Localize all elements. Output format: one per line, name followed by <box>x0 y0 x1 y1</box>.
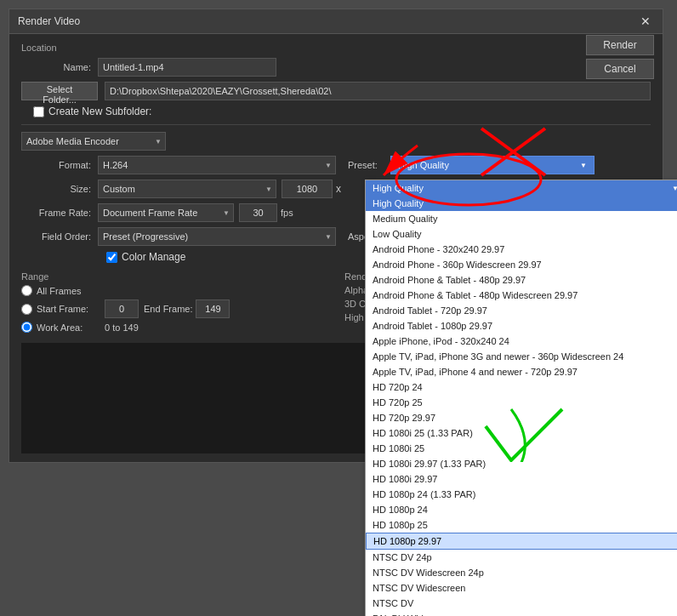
dropdown-item[interactable]: NTSC DV Widescreen 24p <box>366 565 677 580</box>
frame-rate-select[interactable]: Document Frame Rate <box>98 203 234 222</box>
size-label: Size: <box>21 184 98 194</box>
start-frame-input[interactable] <box>105 299 139 318</box>
fps-label: fps <box>281 208 293 218</box>
dropdown-header-value: High Quality <box>373 183 424 193</box>
dropdown-item[interactable]: HD 1080i 25 (1.33 PAR) <box>366 425 677 441</box>
work-area-radio[interactable] <box>21 322 32 333</box>
dropdown-item[interactable]: Android Tablet - 720p 29.97 <box>366 303 677 318</box>
encoder-select-wrapper: Adobe Media Encoder <box>21 132 166 151</box>
dropdown-item[interactable]: Apple TV, iPad, iPhone 3G and newer - 36… <box>366 349 677 364</box>
dropdown-item[interactable]: HD 1080p 29.97 <box>366 533 677 550</box>
all-frames-row: All Frames <box>21 285 327 296</box>
select-folder-button[interactable]: Select Folder... <box>21 82 98 100</box>
location-section-label: Location <box>21 43 651 53</box>
dropdown-item[interactable]: HD 720p 29.97 <box>366 410 677 425</box>
preset-dropdown: High Quality ▼ High QualityMedium Qualit… <box>365 180 677 616</box>
dropdown-item[interactable]: Apple iPhone, iPod - 320x240 24 <box>366 334 677 349</box>
name-row: Name: <box>21 58 651 77</box>
format-select-wrapper: H.264 <box>98 156 336 174</box>
preset-select-box[interactable]: High Quality ▼ <box>390 156 595 174</box>
frame-rate-select-wrapper: Document Frame Rate <box>98 203 234 222</box>
start-frame-row: Start Frame: End Frame: <box>21 299 327 318</box>
cancel-button[interactable]: Cancel <box>586 59 654 79</box>
field-order-label: Field Order: <box>21 231 98 242</box>
create-subfolder-label: Create New Subfolder: <box>48 106 151 117</box>
dropdown-item[interactable]: Low Quality <box>366 226 677 242</box>
range-section: Range All Frames Start Frame: End Frame:… <box>21 271 327 336</box>
folder-row: Select Folder... <box>21 82 651 100</box>
preset-value: High Quality <box>398 160 449 170</box>
dropdown-item[interactable]: Android Phone - 360p Widescreen 29.97 <box>366 257 677 272</box>
size-select[interactable]: Custom <box>98 180 276 198</box>
render-video-dialog: Render Video ✕ Render Cancel Location Na… <box>9 9 663 463</box>
dialog-title: Render Video <box>18 15 80 27</box>
dropdown-item[interactable]: HD 720p 24 <box>366 379 677 395</box>
dropdown-item[interactable]: PAL DV Widescreen <box>366 611 677 616</box>
format-preset-row: Format: H.264 Preset: High Quality ▼ <box>21 156 651 174</box>
range-title: Range <box>21 271 327 282</box>
dropdown-item[interactable]: HD 720p 25 <box>366 395 677 410</box>
start-frame-label: Start Frame: <box>37 304 105 314</box>
color-manage-label: Color Manage <box>122 251 185 263</box>
dropdown-item[interactable]: NTSC DV 24p <box>366 550 677 565</box>
end-frame-input[interactable] <box>196 299 230 318</box>
create-subfolder-checkbox[interactable] <box>33 106 44 117</box>
field-order-select[interactable]: Preset (Progressive) <box>98 227 336 246</box>
all-frames-label: All Frames <box>37 286 105 296</box>
color-manage-checkbox[interactable] <box>106 252 117 263</box>
preset-chevron-icon: ▼ <box>580 162 587 169</box>
dropdown-item[interactable]: Android Phone & Tablet - 480p Widescreen… <box>366 288 677 303</box>
work-area-label: Work Area: <box>37 322 105 333</box>
format-label: Format: <box>21 160 98 170</box>
dropdown-item[interactable]: HD 1080p 24 (1.33 PAR) <box>366 487 677 502</box>
dropdown-item[interactable]: HD 1080p 25 <box>366 517 677 533</box>
folder-path-input[interactable] <box>105 82 651 100</box>
dropdown-item[interactable]: HD 1080i 29.97 (1.33 PAR) <box>366 456 677 471</box>
dropdown-items-container: High QualityMedium QualityLow QualityAnd… <box>366 196 677 616</box>
dropdown-chevron-icon: ▼ <box>672 185 677 192</box>
create-subfolder-row: Create New Subfolder: <box>33 106 651 117</box>
end-frame-label: End Frame: <box>144 304 192 314</box>
dropdown-item[interactable]: Android Phone & Tablet - 480p 29.97 <box>366 272 677 288</box>
name-input[interactable] <box>98 58 276 77</box>
encoder-select[interactable]: Adobe Media Encoder <box>21 132 166 151</box>
preset-label: Preset: <box>348 160 390 170</box>
fps-value-input[interactable] <box>239 203 277 222</box>
render-button[interactable]: Render <box>586 35 654 55</box>
start-frame-radio[interactable] <box>21 304 32 315</box>
dropdown-item[interactable]: Android Tablet - 1080p 29.97 <box>366 318 677 334</box>
close-button[interactable]: ✕ <box>637 14 654 28</box>
dropdown-item[interactable]: HD 1080p 24 <box>366 502 677 517</box>
encoder-row: Adobe Media Encoder <box>21 132 651 151</box>
work-area-value: 0 to 149 <box>105 322 139 333</box>
dropdown-item[interactable]: NTSC DV Widescreen <box>366 580 677 596</box>
dropdown-item[interactable]: HD 1080i 25 <box>366 441 677 456</box>
dropdown-header: High Quality ▼ <box>366 180 677 196</box>
x-label: x <box>336 183 341 195</box>
dropdown-item[interactable]: Apple TV, iPad, iPhone 4 and newer - 720… <box>366 364 677 379</box>
frame-rate-label: Frame Rate: <box>21 208 98 218</box>
name-label: Name: <box>21 62 98 72</box>
action-buttons: Render Cancel <box>586 35 654 79</box>
work-area-row: Work Area: 0 to 149 <box>21 322 327 333</box>
dropdown-item[interactable]: HD 1080i 29.97 <box>366 471 677 487</box>
dropdown-item[interactable]: Android Phone - 320x240 29.97 <box>366 242 677 257</box>
dropdown-item[interactable]: High Quality <box>366 196 677 211</box>
format-select[interactable]: H.264 <box>98 156 336 174</box>
dropdown-item[interactable]: Medium Quality <box>366 211 677 226</box>
all-frames-radio[interactable] <box>21 285 32 296</box>
size-select-wrapper: Custom <box>98 180 276 198</box>
field-order-select-wrapper: Preset (Progressive) <box>98 227 336 246</box>
dropdown-item[interactable]: NTSC DV <box>366 596 677 611</box>
width-input[interactable] <box>282 180 333 198</box>
title-bar: Render Video ✕ <box>9 9 663 34</box>
